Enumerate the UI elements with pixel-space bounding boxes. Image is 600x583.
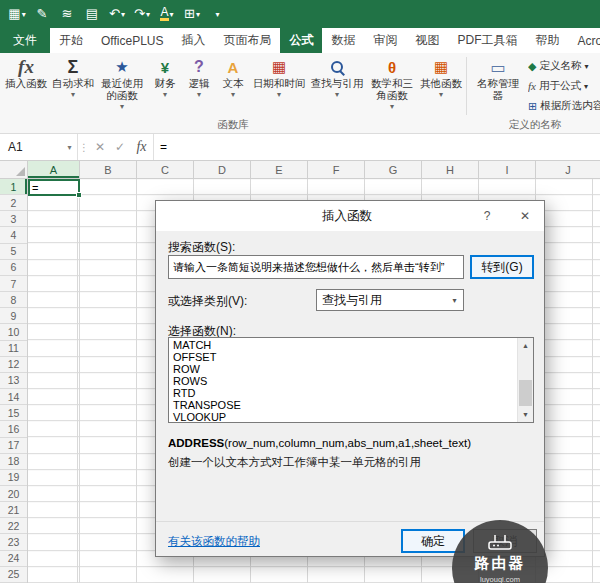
row-header-16[interactable]: 16 (0, 421, 27, 437)
more-functions-button[interactable]: ▦ 其他函数 (418, 53, 464, 117)
category-combobox[interactable]: 查找与引用 (316, 289, 464, 311)
fill-handle[interactable] (76, 192, 82, 198)
name-box[interactable]: A1 (0, 134, 62, 160)
column-header-c[interactable]: C (137, 161, 194, 178)
column-header-g[interactable]: G (365, 161, 422, 178)
define-name-button[interactable]: ◆ 定义名称 (528, 56, 600, 76)
tab-pdf-tools[interactable]: PDF工具箱 (448, 28, 526, 53)
save-button[interactable]: ▤ (81, 2, 103, 26)
column-header-j[interactable]: J (536, 161, 600, 178)
row-header-4[interactable]: 4 (0, 227, 27, 243)
enter-entry-button[interactable]: ✓ (110, 134, 130, 160)
tab-view[interactable]: 视图 (406, 28, 448, 53)
row-header-15[interactable]: 15 (0, 405, 27, 421)
use-in-formula-button[interactable]: fx 用于公式 (528, 76, 600, 96)
select-all-corner[interactable] (0, 161, 28, 178)
financial-button[interactable]: ¥ 财务 (148, 53, 182, 117)
search-function-input[interactable] (168, 255, 464, 279)
recently-used-button[interactable]: ★ 最近使用的函数 (96, 53, 148, 117)
row-header-23[interactable]: 23 (0, 534, 27, 550)
tab-review[interactable]: 审阅 (364, 28, 406, 53)
row-header-17[interactable]: 17 (0, 438, 27, 454)
row-header-6[interactable]: 6 (0, 260, 27, 276)
row-header-13[interactable]: 13 (0, 373, 27, 389)
dialog-close-button[interactable]: ✕ (506, 201, 544, 231)
tab-data[interactable]: 数据 (322, 28, 364, 53)
row-header-7[interactable]: 7 (0, 276, 27, 292)
customize-qat-button[interactable] (206, 2, 228, 26)
scrollbar-thumb[interactable] (519, 380, 532, 406)
row-header-10[interactable]: 10 (0, 324, 27, 340)
chevron-down-icon (452, 296, 456, 305)
tab-acrobat[interactable]: Acrobat (568, 28, 600, 53)
insert-function-fx-button[interactable]: fx (130, 134, 154, 160)
date-time-button[interactable]: ▦ 日期和时间 (250, 53, 308, 117)
column-header-e[interactable]: E (251, 161, 308, 178)
create-from-selection-button[interactable]: ⊞ 根据所选内容创建 (528, 96, 600, 116)
name-box-dropdown[interactable] (62, 134, 78, 160)
app-menu-button[interactable]: ▦ (6, 2, 28, 26)
brush-button[interactable]: ≋ (56, 2, 78, 26)
row-header-12[interactable]: 12 (0, 357, 27, 373)
list-item[interactable]: OFFSET (169, 351, 516, 363)
tab-page-layout[interactable]: 页面布局 (214, 28, 280, 53)
list-item[interactable]: ROWS (169, 375, 516, 387)
scroll-up-icon[interactable] (518, 338, 533, 353)
formula-input[interactable]: = (154, 134, 600, 160)
function-listbox[interactable]: MATCH OFFSET ROW ROWS RTD TRANSPOSE VLOO… (168, 337, 534, 423)
name-manager-button[interactable]: ▭ 名称管理器 (472, 53, 524, 117)
tab-formulas[interactable]: 公式 (280, 28, 322, 53)
row-header-18[interactable]: 18 (0, 454, 27, 470)
row-header-21[interactable]: 21 (0, 502, 27, 518)
column-header-h[interactable]: H (422, 161, 479, 178)
borders-button[interactable]: ⊞ (181, 2, 203, 26)
column-header-a[interactable]: A (28, 161, 80, 178)
pen-button[interactable]: ✎ (31, 2, 53, 26)
column-header-d[interactable]: D (194, 161, 251, 178)
row-header-14[interactable]: 14 (0, 389, 27, 405)
list-item[interactable]: MATCH (169, 339, 516, 351)
list-item[interactable]: RTD (169, 387, 516, 399)
column-header-b[interactable]: B (80, 161, 137, 178)
list-item[interactable]: VLOOKUP (169, 411, 516, 422)
row-header-9[interactable]: 9 (0, 308, 27, 324)
tab-help[interactable]: 帮助 (526, 28, 568, 53)
highlight-color-button[interactable]: A (156, 2, 178, 26)
autosum-button[interactable]: Σ 自动求和 (50, 53, 96, 117)
row-header-8[interactable]: 8 (0, 292, 27, 308)
tab-file[interactable]: 文件 (0, 28, 50, 53)
row-header-25[interactable]: 25 (0, 567, 27, 583)
tab-home[interactable]: 开始 (50, 28, 92, 53)
text-button[interactable]: A 文本 (216, 53, 250, 117)
row-header-3[interactable]: 3 (0, 211, 27, 227)
row-header-1[interactable]: 1 (0, 179, 27, 195)
lookup-reference-button[interactable]: 查找与引用 (308, 53, 366, 117)
tab-officeplus[interactable]: OfficePLUS (92, 28, 172, 53)
selected-cell-a1[interactable]: = (28, 179, 80, 196)
go-button[interactable]: 转到(G) (470, 255, 534, 279)
logical-button[interactable]: ? 逻辑 (182, 53, 216, 117)
list-item[interactable]: ROW (169, 363, 516, 375)
math-trig-button[interactable]: θ 数学和三角函数 (366, 53, 418, 117)
row-header-11[interactable]: 11 (0, 341, 27, 357)
redo-button[interactable]: ↷ (131, 2, 153, 26)
row-header-2[interactable]: 2 (0, 195, 27, 211)
row-header-20[interactable]: 20 (0, 486, 27, 502)
undo-button[interactable]: ↶ (106, 2, 128, 26)
dialog-help-button[interactable]: ? (468, 201, 506, 231)
formula-bar-handle[interactable]: ⋮ (78, 134, 90, 160)
row-header-22[interactable]: 22 (0, 518, 27, 534)
list-item[interactable]: TRANSPOSE (169, 399, 516, 411)
row-header-19[interactable]: 19 (0, 470, 27, 486)
column-header-f[interactable]: F (308, 161, 365, 178)
insert-function-button[interactable]: fx 插入函数 (2, 53, 50, 117)
column-header-i[interactable]: I (479, 161, 536, 178)
listbox-scrollbar[interactable] (517, 338, 533, 422)
scroll-down-icon[interactable] (518, 407, 533, 422)
row-header-5[interactable]: 5 (0, 244, 27, 260)
tab-insert[interactable]: 插入 (172, 28, 214, 53)
cancel-entry-button[interactable]: ✕ (90, 134, 110, 160)
help-link[interactable]: 有关该函数的帮助 (168, 534, 260, 549)
row-header-24[interactable]: 24 (0, 551, 27, 567)
combo-dropdown-button[interactable] (446, 290, 463, 310)
